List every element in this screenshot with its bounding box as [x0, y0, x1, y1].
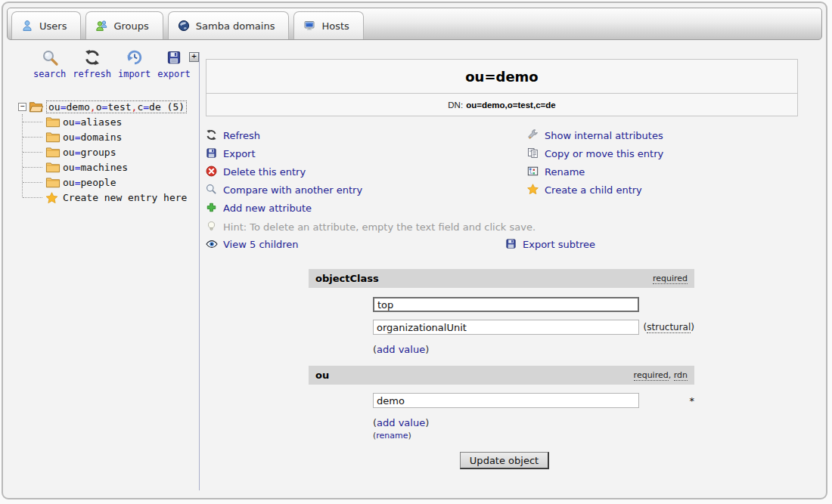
- action-delete-entry[interactable]: Delete this entry: [206, 162, 362, 181]
- host-icon: [303, 20, 315, 32]
- rename-label[interactable]: rename: [376, 431, 408, 441]
- attribute-name: objectClass: [315, 273, 379, 284]
- attribute-header-ou: ou required, rdn: [309, 366, 694, 385]
- attribute-name: ou: [315, 369, 329, 381]
- ou-value-input[interactable]: [373, 393, 639, 408]
- star-icon: [45, 192, 61, 203]
- tool-label: export: [157, 69, 190, 79]
- action-rename[interactable]: Rename: [527, 162, 663, 181]
- objectclass-value-1-input[interactable]: [373, 297, 639, 312]
- tree-item-label: ou=machines: [63, 162, 128, 173]
- magnifier-icon: [206, 184, 218, 196]
- entry-header: ou=demo DN: ou=demo,o=test,c=de: [206, 59, 798, 116]
- search-icon: [41, 48, 59, 66]
- folder-icon: [45, 177, 61, 188]
- tree-root-entry[interactable]: ou=demo,o=test,c=de (5): [46, 100, 187, 113]
- floppy-icon: [206, 147, 218, 159]
- folder-icon: [45, 116, 61, 128]
- globe-icon: [178, 20, 190, 32]
- action-label: Delete this entry: [223, 166, 306, 178]
- open-folder-icon: [29, 101, 44, 113]
- tree-item-label: ou=people: [63, 177, 116, 188]
- refresh-icon: [206, 129, 218, 141]
- tree-item-groups[interactable]: ou=groups: [18, 144, 187, 159]
- refresh-button[interactable]: refresh: [73, 48, 111, 79]
- tab-bar: Users Groups Samba domains Hosts: [7, 8, 822, 40]
- attribute-values-ou: * (add value) (rename): [309, 393, 694, 442]
- tab-label: Users: [39, 20, 67, 32]
- wrench-icon: [527, 129, 539, 141]
- group-icon: [95, 20, 107, 32]
- tree-item-people[interactable]: ou=people: [18, 175, 187, 190]
- tree-item-aliases[interactable]: ou=aliases: [18, 114, 187, 129]
- phpldapadmin-window: Users Groups Samba domains Hosts s: [2, 2, 827, 499]
- add-value-link-ou[interactable]: (add value): [373, 417, 694, 430]
- action-add-attribute[interactable]: Add new attribute: [206, 199, 362, 217]
- add-value-link-objectclass[interactable]: (add value): [373, 344, 694, 357]
- refresh-icon: [83, 48, 101, 66]
- search-button[interactable]: search: [33, 48, 66, 79]
- eye-icon: [206, 238, 218, 250]
- collapse-toggle[interactable]: −: [18, 103, 26, 111]
- copy-icon: [527, 147, 539, 159]
- floppy-icon: [505, 238, 517, 250]
- entry-dn: DN: ou=demo,o=test,c=de: [206, 94, 797, 116]
- value-row: (structural): [373, 320, 694, 335]
- required-marker: *: [690, 395, 695, 407]
- tab-groups[interactable]: Groups: [85, 11, 163, 39]
- export-subtree-link[interactable]: Export subtree: [505, 236, 595, 252]
- attributes-table: objectClass required (structural) (add v…: [309, 269, 694, 442]
- export-subtree-label: Export subtree: [523, 239, 595, 250]
- objectclass-value-2-input[interactable]: [373, 320, 639, 335]
- folder-icon: [45, 147, 61, 158]
- tab-users[interactable]: Users: [11, 11, 81, 39]
- dn-value: ou=demo,o=test,c=de: [466, 100, 556, 110]
- tree-item-machines[interactable]: ou=machines: [18, 159, 187, 175]
- add-value-label[interactable]: add value: [377, 344, 425, 355]
- action-create-child-entry[interactable]: Create a child entry: [527, 181, 663, 199]
- hint-text: Hint: To delete an attribute, empty the …: [223, 221, 536, 233]
- attribute-values-objectclass: (structural) (add value): [309, 297, 694, 357]
- action-export[interactable]: Export: [206, 144, 362, 162]
- folder-icon: [45, 162, 61, 173]
- tab-label: Samba domains: [196, 20, 275, 32]
- lightbulb-icon: [206, 221, 218, 233]
- floppy-icon: [165, 48, 183, 66]
- tool-label: search: [33, 69, 66, 79]
- action-copy-or-move[interactable]: Copy or move this entry: [527, 144, 663, 162]
- action-show-internal-attributes[interactable]: Show internal attributes: [527, 126, 663, 144]
- tab-samba-domains[interactable]: Samba domains: [168, 11, 290, 39]
- star-icon: [527, 184, 539, 196]
- entry-actions-left: Refresh Export Delete this entry Compare…: [206, 126, 362, 217]
- import-button[interactable]: import: [118, 48, 151, 79]
- action-compare-entry[interactable]: Compare with another entry: [206, 181, 362, 199]
- export-button[interactable]: export: [157, 48, 190, 79]
- action-label: Refresh: [223, 130, 260, 141]
- tab-label: Hosts: [321, 20, 349, 32]
- attribute-flags: required, rdn: [634, 370, 688, 380]
- tool-label: import: [118, 69, 151, 79]
- tree-create-entry[interactable]: Create new entry here: [18, 190, 187, 205]
- action-refresh[interactable]: Refresh: [206, 126, 362, 144]
- folder-icon: [45, 131, 61, 143]
- view-children-link[interactable]: View 5 children: [206, 236, 299, 252]
- hint-row: Hint: To delete an attribute, empty the …: [206, 219, 536, 234]
- value-row: *: [373, 393, 694, 408]
- tree-item-domains[interactable]: ou=domains: [18, 129, 187, 144]
- add-value-label[interactable]: add value: [377, 417, 425, 428]
- value-row: [373, 297, 694, 312]
- delete-icon: [206, 165, 218, 178]
- tool-label: refresh: [73, 69, 111, 79]
- rename-link[interactable]: (rename): [373, 431, 694, 442]
- expand-tree-button[interactable]: +: [189, 52, 199, 62]
- tab-hosts[interactable]: Hosts: [293, 11, 363, 39]
- tree-item-label: Create new entry here: [63, 192, 187, 203]
- update-object-button[interactable]: Update object: [460, 452, 549, 469]
- tree-root-row[interactable]: − ou=demo,o=test,c=de (5): [18, 99, 187, 114]
- tree-item-label: ou=aliases: [63, 116, 122, 128]
- dn-label: DN:: [448, 100, 463, 110]
- tab-label: Groups: [113, 20, 148, 32]
- action-label: Compare with another entry: [223, 184, 362, 196]
- tree-item-label: ou=domains: [63, 131, 122, 143]
- attribute-flags: required: [653, 274, 688, 283]
